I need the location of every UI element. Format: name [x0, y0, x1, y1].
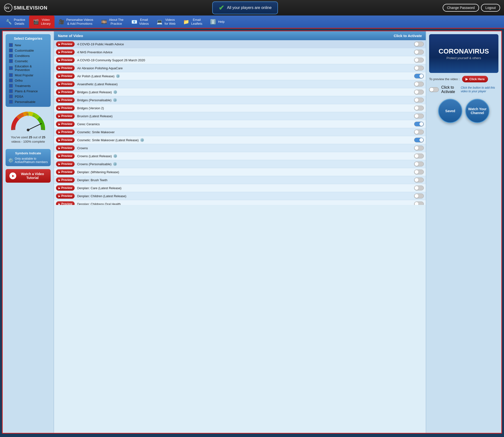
nav-item-video-library[interactable]: 🎬 VideoLibrary	[29, 16, 54, 28]
video-toggle[interactable]	[414, 90, 424, 94]
video-toggle[interactable]	[414, 82, 424, 87]
help-icon: ℹ️	[210, 19, 216, 25]
category-item-ortho[interactable]: Ortho	[8, 78, 48, 83]
category-item-most-popular[interactable]: Most Popular	[8, 72, 48, 78]
preview-button[interactable]: ▶ Preview	[56, 193, 75, 199]
category-item-cosmetic[interactable]: Cosmetic	[8, 58, 48, 64]
gear-badge: ⚙️	[140, 138, 144, 142]
preview-button[interactable]: ▶ Preview	[56, 41, 75, 47]
svg-text:10: 10	[12, 128, 15, 130]
video-toggle[interactable]	[414, 138, 424, 142]
video-toggle[interactable]	[414, 50, 424, 55]
saved-button[interactable]: Saved	[438, 99, 462, 123]
nav-item-personalise-videos[interactable]: 🎥 Personalise Videos& Add Promotions	[54, 16, 97, 28]
video-row: ▶ Preview Bruxism (Latest Release)	[54, 112, 426, 120]
activate-label: Click to Activate	[441, 85, 458, 94]
video-toggle[interactable]	[414, 114, 424, 119]
video-toggle[interactable]	[414, 74, 424, 79]
preview-button[interactable]: ▶ Preview	[56, 57, 75, 63]
preview-button[interactable]: ▶ Preview	[56, 129, 75, 135]
category-item-pdsa[interactable]: PDSA	[8, 94, 48, 99]
category-label: Ortho	[15, 79, 23, 82]
preview-controls: To preview the video : ▶ Click Here	[429, 76, 498, 82]
activate-toggle[interactable]	[429, 87, 439, 92]
nav-item-practice-details[interactable]: 🔧 PracticeDetails	[2, 16, 29, 28]
preview-button[interactable]: ▶ Preview	[56, 89, 75, 95]
video-toggle[interactable]	[414, 194, 424, 199]
col-activate-header: Click to Activate	[394, 34, 422, 38]
nav-item-help[interactable]: ℹ️ Help	[206, 16, 229, 28]
video-name: Bruxism (Latest Release)	[77, 114, 412, 118]
video-row: ▶ Preview A COVID-19 Community Support 2…	[54, 56, 426, 64]
category-item-treatments[interactable]: Treatments	[8, 83, 48, 89]
nav-item-videos-web[interactable]: 💻 Videosfor Web	[153, 16, 179, 28]
category-color	[9, 73, 13, 77]
video-toggle[interactable]	[414, 162, 424, 166]
video-toggle[interactable]	[414, 154, 424, 159]
video-toggle[interactable]	[414, 98, 424, 102]
preview-button[interactable]: ▶ Preview	[56, 169, 75, 175]
svg-text:40: 40	[19, 115, 21, 117]
category-color	[9, 59, 13, 63]
action-buttons: Saved Watch Your Channel	[429, 99, 498, 123]
category-item-customisable[interactable]: Customisable	[8, 48, 48, 53]
category-item-personalisable[interactable]: Personalisable	[8, 99, 48, 104]
preview-button[interactable]: ▶ Preview	[56, 65, 75, 71]
preview-button[interactable]: ▶ Preview	[56, 113, 75, 119]
nav-item-about-practice[interactable]: 🎞️ About ThePractice	[97, 16, 127, 28]
watch-channel-button[interactable]: Watch Your Channel	[465, 99, 489, 123]
status-text: All your players are online	[227, 6, 272, 10]
video-toggle[interactable]	[414, 42, 424, 47]
category-label: New	[15, 43, 21, 47]
video-toggle[interactable]	[414, 178, 424, 182]
svg-text:80: 80	[41, 127, 43, 129]
toggle-knob	[414, 170, 418, 174]
preview-button[interactable]: ▶ Preview	[56, 137, 75, 143]
preview-button[interactable]: ▶ Preview	[56, 81, 75, 87]
click-here-button[interactable]: ▶ Click Here	[462, 76, 488, 82]
category-color	[9, 54, 13, 58]
preview-button[interactable]: ▶ Preview	[56, 121, 75, 127]
toggle-knob	[414, 82, 418, 86]
preview-button[interactable]: ▶ Preview	[56, 97, 75, 103]
change-password-button[interactable]: Change Password	[443, 4, 479, 12]
video-scroll-area[interactable]: ▶ Preview 4 COVID-19 Public Health Advic…	[54, 40, 426, 205]
toggle-knob	[414, 50, 418, 54]
video-toggle[interactable]	[414, 106, 424, 110]
preview-button[interactable]: ▶ Preview	[56, 185, 75, 191]
nav-item-email-videos[interactable]: 📧 EmailVideos	[127, 16, 153, 28]
video-name: Air Polish (Latest Release) ⚙️	[77, 74, 412, 78]
video-toggle[interactable]	[414, 122, 424, 127]
preview-button[interactable]: ▶ Preview	[56, 73, 75, 79]
preview-button[interactable]: ▶ Preview	[56, 50, 75, 55]
video-toggle[interactable]	[414, 66, 424, 70]
video-name: Denplan: Care (Latest Release)	[77, 186, 412, 190]
preview-button[interactable]: ▶ Preview	[56, 145, 75, 151]
toggle-knob	[414, 66, 418, 70]
logout-button[interactable]: Logout	[481, 4, 500, 12]
nav-item-email-leaflets[interactable]: 📁 EmailLeaflets	[179, 16, 206, 28]
video-name: Crowns (Latest Release) ⚙️	[77, 154, 412, 158]
video-row: ▶ Preview Denplan: (Whitening Release)	[54, 168, 426, 176]
video-toggle[interactable]	[414, 146, 424, 150]
preview-button[interactable]: ▶ Preview	[56, 105, 75, 111]
preview-button[interactable]: ▶ Preview	[56, 153, 75, 159]
tutorial-button[interactable]: ▶ Watch a Video Tutorial	[6, 169, 51, 183]
preview-button[interactable]: ▶ Preview	[56, 161, 75, 167]
toggle-knob	[419, 74, 423, 78]
category-item-conditions[interactable]: Conditions	[8, 53, 48, 58]
category-item-education---prevention[interactable]: Education & Prevention	[8, 64, 48, 72]
category-color	[9, 89, 13, 93]
video-toggle[interactable]	[414, 201, 424, 205]
preview-button[interactable]: ▶ Preview	[56, 201, 75, 205]
preview-button[interactable]: ▶ Preview	[56, 177, 75, 183]
video-toggle[interactable]	[414, 129, 424, 134]
category-item-new[interactable]: New	[8, 42, 48, 48]
toggle-knob	[414, 154, 418, 158]
video-toggle[interactable]	[414, 186, 424, 190]
toggle-knob	[414, 178, 418, 182]
video-toggle[interactable]	[414, 58, 424, 62]
video-toggle[interactable]	[414, 169, 424, 174]
category-item-plans---finance[interactable]: Plans & Finance	[8, 89, 48, 94]
video-name: Crowns (Personalisable) ⚙️	[77, 162, 412, 166]
